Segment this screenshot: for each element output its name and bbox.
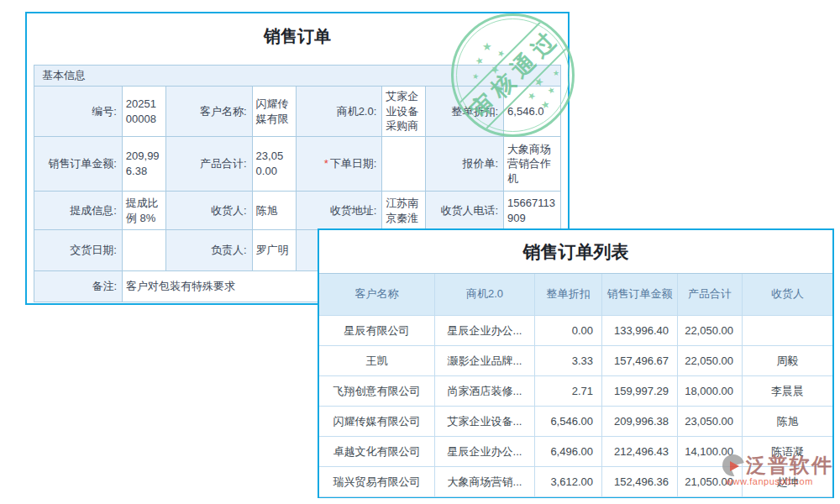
form-value: 罗广明	[253, 230, 297, 271]
consignee-cell	[743, 316, 832, 346]
amount-cell: 0.00	[535, 316, 602, 346]
form-value: 艾家企业设备采购商	[382, 87, 426, 137]
form-row: 销售订单金额:209,996.38产品合计:23,050.00*下单日期:报价单…	[34, 137, 560, 192]
form-value: 209,996.38	[123, 137, 166, 192]
opportunity-link[interactable]: 星辰企业办公...	[435, 437, 535, 467]
opportunity-link[interactable]: 尚家酒店装修...	[435, 376, 535, 407]
form-value	[382, 137, 426, 192]
amount-cell: 21,050.00	[678, 467, 743, 497]
amount-cell: 3,612.00	[535, 467, 602, 497]
opportunity-link[interactable]: 灏影企业品牌...	[435, 346, 535, 376]
order-list-table: 客户名称商机2.0整单折扣销售订单金额产品合计收货人星辰有限公司星辰企业办公..…	[319, 273, 832, 497]
form-label: 交货日期:	[34, 230, 123, 271]
column-header: 客户名称	[319, 274, 435, 316]
customer-link[interactable]: 王凯	[319, 346, 435, 376]
form-label: 提成信息:	[34, 192, 123, 230]
form-label: 负责人:	[166, 230, 253, 271]
form-label: 收货人:	[166, 192, 253, 230]
customer-link[interactable]: 星辰有限公司	[319, 316, 435, 346]
list-row[interactable]: 王凯灏影企业品牌...3.33157,496.6722,050.00周毅	[319, 346, 832, 376]
column-header: 产品合计	[678, 274, 743, 316]
form-label: 商机2.0:	[297, 87, 383, 137]
form-value: 6,546.0	[504, 87, 560, 137]
form-label: 备注:	[34, 271, 123, 302]
customer-link[interactable]: 卓越文化有限公司	[319, 437, 435, 467]
amount-cell: 133,996.40	[602, 316, 678, 346]
form-value: 陈旭	[253, 192, 297, 230]
form-label: 收货地址:	[297, 192, 383, 230]
page: 销售订单 基本信息 编号:2025100008客户名称:闪耀传媒有限商机2.0:…	[0, 0, 840, 504]
amount-cell: 6,546.00	[535, 407, 602, 437]
amount-cell: 2.71	[535, 376, 602, 407]
column-header: 收货人	[743, 274, 832, 316]
list-row[interactable]: 卓越文化有限公司星辰企业办公...6,496.00212,496.4314,10…	[319, 437, 832, 467]
amount-cell: 3.33	[535, 346, 602, 376]
list-row[interactable]: 瑞兴贸易有限公司大象商场营销...3,612.00152,496.3621,05…	[319, 467, 832, 497]
column-header: 整单折扣	[535, 274, 602, 316]
form-value	[123, 230, 166, 271]
form-row: 编号:2025100008客户名称:闪耀传媒有限商机2.0:艾家企业设备采购商整…	[34, 87, 560, 137]
amount-cell: 212,496.43	[602, 437, 678, 467]
list-row[interactable]: 星辰有限公司星辰企业办公...0.00133,996.4022,050.00	[319, 316, 832, 346]
required-asterisk: *	[324, 156, 328, 171]
amount-cell: 23,050.00	[678, 407, 743, 437]
form-row: 提成信息:提成比例 8%收货人:陈旭收货地址:江苏南京秦淮收货人电话:15667…	[34, 192, 560, 230]
list-row[interactable]: 飞翔创意有限公司尚家酒店装修...2.71159,997.2918,000.00…	[319, 376, 832, 407]
list-row[interactable]: 闪耀传媒有限公司艾家企业设备...6,546.00209,996.3823,05…	[319, 407, 832, 437]
form-label: 客户名称:	[166, 87, 253, 137]
column-header: 销售订单金额	[602, 274, 678, 316]
form-title: 销售订单	[27, 25, 568, 48]
amount-cell: 159,997.29	[602, 376, 678, 407]
form-value: 闪耀传媒有限	[253, 87, 297, 137]
amount-cell: 14,100.00	[678, 437, 743, 467]
amount-cell: 157,496.67	[602, 346, 678, 376]
amount-cell: 22,050.00	[678, 346, 743, 376]
form-label: 收货人电话:	[426, 192, 504, 230]
customer-link[interactable]: 飞翔创意有限公司	[319, 376, 435, 407]
form-value: 大象商场营销合作机	[504, 137, 560, 192]
sales-order-list-window: 销售订单列表 客户名称商机2.0整单折扣销售订单金额产品合计收货人星辰有限公司星…	[318, 228, 834, 498]
form-value: 提成比例 8%	[123, 192, 166, 230]
form-label: *下单日期:	[297, 137, 383, 192]
opportunity-link[interactable]: 大象商场营销...	[435, 467, 535, 497]
consignee-cell: 周毅	[743, 346, 832, 376]
amount-cell: 6,496.00	[535, 437, 602, 467]
section-basic-info: 基本信息	[34, 65, 561, 87]
amount-cell: 18,000.00	[678, 376, 743, 407]
form-label: 整单折扣:	[426, 87, 504, 137]
form-value: 2025100008	[123, 87, 166, 137]
form-value: 江苏南京秦淮	[382, 192, 426, 230]
amount-cell: 152,496.36	[602, 467, 678, 497]
form-value: 23,050.00	[253, 137, 297, 192]
list-title: 销售订单列表	[319, 240, 832, 264]
form-label: 编号:	[34, 87, 123, 137]
amount-cell: 22,050.00	[678, 316, 743, 346]
consignee-cell: 陈旭	[743, 407, 832, 437]
consignee-cell: 李晨晨	[743, 376, 832, 407]
consignee-cell: 陈语凝	[743, 437, 832, 467]
opportunity-link[interactable]: 星辰企业办公...	[435, 316, 535, 346]
list-header-row: 客户名称商机2.0整单折扣销售订单金额产品合计收货人	[319, 274, 832, 316]
column-header: 商机2.0	[435, 274, 535, 316]
customer-link[interactable]: 闪耀传媒有限公司	[319, 407, 435, 437]
amount-cell: 209,996.38	[602, 407, 678, 437]
customer-link[interactable]: 瑞兴贸易有限公司	[319, 467, 435, 497]
form-label: 产品合计:	[166, 137, 253, 192]
opportunity-link[interactable]: 艾家企业设备...	[435, 407, 535, 437]
form-label: 销售订单金额:	[34, 137, 123, 192]
form-value: 15667113909	[504, 192, 560, 230]
form-label: 报价单:	[426, 137, 504, 192]
consignee-cell: 赵坤	[743, 467, 832, 497]
